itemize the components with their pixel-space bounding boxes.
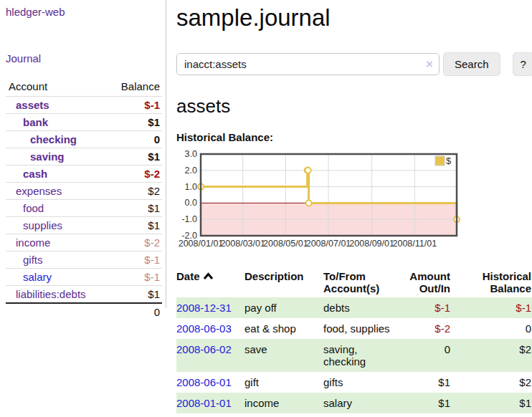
transaction-date-link[interactable]: 2008-01-01 <box>176 397 232 409</box>
account-balance: $-1 <box>107 269 162 286</box>
svg-text:$: $ <box>446 155 452 166</box>
help-button[interactable]: ? <box>513 52 532 76</box>
search-form: × Search ? <box>176 52 532 76</box>
transaction-amount: $1 <box>402 393 456 413</box>
account-link[interactable]: bank <box>23 116 48 128</box>
account-link[interactable]: liabilities:debts <box>16 288 86 300</box>
account-link[interactable]: expenses <box>16 185 62 197</box>
transaction-accounts: salary <box>323 393 402 413</box>
transaction-description: income <box>244 393 323 413</box>
account-row: checking 0 <box>6 131 162 148</box>
app-layout: hledger-web Journal Account Balance asse… <box>0 0 532 413</box>
account-row: saving $1 <box>6 148 162 166</box>
sidebar: hledger-web Journal Account Balance asse… <box>0 0 166 413</box>
accounts-total-spacer <box>6 303 107 320</box>
register-header-description: Description <box>244 267 323 297</box>
account-row: income $-2 <box>6 234 162 251</box>
account-balance: $1 <box>107 217 162 234</box>
register-table: Date Description To/From Account(s) Amou… <box>176 267 532 413</box>
transaction-balance: $2 <box>456 372 532 393</box>
chart-label: Historical Balance: <box>176 131 532 143</box>
accounts-table-body: assets $-1 bank $1 checking 0 saving $1 … <box>6 97 162 304</box>
accounts-table: Account Balance assets $-1 bank $1 check… <box>6 79 162 320</box>
register-header-row: Date Description To/From Account(s) Amou… <box>176 267 532 297</box>
app-title-link[interactable]: hledger-web <box>6 6 65 18</box>
svg-text:2008/05/01: 2008/05/01 <box>263 239 308 249</box>
transaction-accounts: debts <box>323 297 402 318</box>
account-link[interactable]: assets <box>16 99 49 111</box>
account-row: assets $-1 <box>6 97 162 114</box>
account-balance: 0 <box>107 131 162 148</box>
account-link[interactable]: supplies <box>23 219 62 231</box>
transaction-date-link[interactable]: 2008-12-31 <box>176 302 232 314</box>
register-header-accounts: To/From Account(s) <box>323 267 402 297</box>
accounts-table-header: Account Balance <box>6 79 162 97</box>
account-balance: $1 <box>107 114 162 131</box>
register-row: 2008-06-03 eat & shop food, supplies $-2… <box>176 318 532 339</box>
accounts-total-balance: 0 <box>107 303 162 320</box>
search-input[interactable] <box>176 53 440 75</box>
svg-text:2008/09/01: 2008/09/01 <box>349 239 394 249</box>
account-link[interactable]: saving <box>30 150 65 163</box>
transaction-date-link[interactable]: 2008-06-02 <box>176 343 232 355</box>
page-title: sample.journal <box>176 4 532 32</box>
account-heading: assets <box>176 95 532 118</box>
transaction-amount: $1 <box>402 372 456 393</box>
sort-asc-icon <box>203 272 214 280</box>
register-header-balance: Historical Balance <box>456 267 532 297</box>
account-row: food $1 <box>6 200 162 217</box>
svg-text:-1.0: -1.0 <box>181 214 197 224</box>
transaction-balance: $-1 <box>456 297 532 318</box>
account-row: expenses $2 <box>6 183 162 200</box>
accounts-header-balance: Balance <box>107 79 162 97</box>
transaction-description: eat & shop <box>244 318 323 339</box>
account-balance: $1 <box>107 286 162 304</box>
svg-text:2008/11/01: 2008/11/01 <box>392 239 437 249</box>
svg-text:1.0: 1.0 <box>185 182 197 192</box>
search-button[interactable]: Search <box>443 52 500 76</box>
register-table-body: 2008-12-31 pay off debts $-1 $-1 2008-06… <box>176 297 532 413</box>
historical-balance-chart: $3.02.01.00.0-1.0-2.02008/01/012008/03/0… <box>176 148 532 252</box>
register-header-amount: Amount Out/In <box>402 267 456 297</box>
account-link[interactable]: income <box>16 236 50 249</box>
clear-search-icon[interactable]: × <box>426 57 433 72</box>
transaction-amount: $-1 <box>402 297 456 318</box>
account-link[interactable]: checking <box>30 133 77 145</box>
svg-text:0.0: 0.0 <box>185 198 197 208</box>
account-balance: $-2 <box>107 234 162 251</box>
transaction-amount: $-2 <box>402 318 456 339</box>
transaction-date-link[interactable]: 2008-06-01 <box>176 376 232 388</box>
transaction-description: save <box>244 339 323 372</box>
transaction-balance: $2 <box>456 339 532 372</box>
account-link[interactable]: salary <box>23 271 52 283</box>
account-balance: $1 <box>107 200 162 217</box>
accounts-total-row: 0 <box>6 303 162 320</box>
svg-text:3.0: 3.0 <box>185 149 197 159</box>
main-content: sample.journal × Search ? assets Histori… <box>166 0 532 413</box>
account-balance: $-1 <box>107 97 162 114</box>
register-header-date-label: Date <box>176 270 200 282</box>
account-row: cash $-2 <box>6 166 162 183</box>
transaction-accounts: food, supplies <box>323 318 402 339</box>
account-row: liabilities:debts $1 <box>6 286 162 304</box>
account-link[interactable]: gifts <box>23 254 43 266</box>
account-balance: $1 <box>107 148 162 166</box>
transaction-amount: 0 <box>402 339 456 372</box>
account-row: supplies $1 <box>6 217 162 234</box>
svg-text:2.0: 2.0 <box>185 166 197 176</box>
register-row: 2008-06-02 save saving, checking 0 $2 <box>176 339 532 372</box>
account-link[interactable]: food <box>23 202 44 214</box>
register-header-date[interactable]: Date <box>176 267 244 297</box>
transaction-balance: 0 <box>456 318 532 339</box>
transaction-description: pay off <box>244 297 323 318</box>
accounts-header-account: Account <box>6 79 107 97</box>
register-row: 2008-06-01 gift gifts $1 $2 <box>176 372 532 393</box>
search-input-wrap: × <box>176 53 440 75</box>
account-balance: $-1 <box>107 251 162 269</box>
svg-text:2008/01/01: 2008/01/01 <box>179 239 224 249</box>
transaction-description: gift <box>244 372 323 393</box>
transaction-date-link[interactable]: 2008-06-03 <box>176 322 232 335</box>
sidebar-item-journal[interactable]: Journal <box>6 52 41 64</box>
balance-chart-svg[interactable]: $3.02.01.00.0-1.0-2.02008/01/012008/03/0… <box>176 148 532 252</box>
account-link[interactable]: cash <box>23 168 47 180</box>
